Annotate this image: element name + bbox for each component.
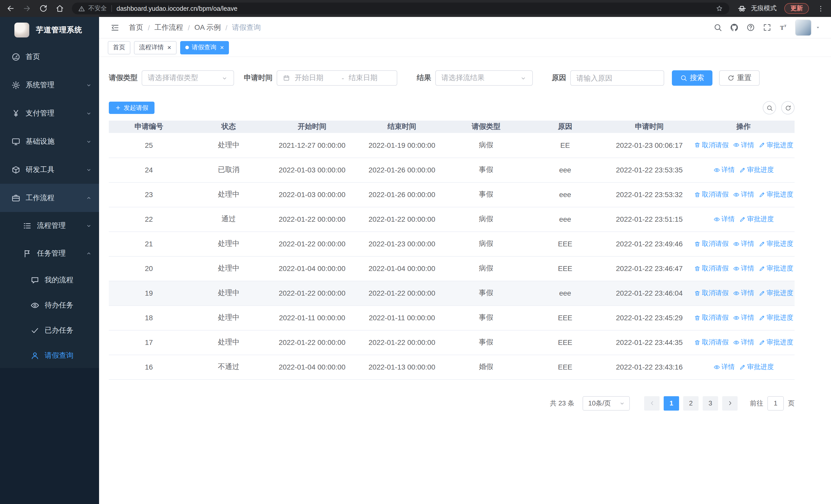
- font-size-icon[interactable]: TT: [779, 23, 788, 32]
- fullscreen-icon[interactable]: [763, 23, 771, 32]
- url-text[interactable]: dashboard.yudao.iocoder.cn/bpm/oa/leave: [116, 5, 237, 12]
- goto-page-input[interactable]: [767, 396, 784, 410]
- sidebar-item[interactable]: 工作流程: [0, 184, 99, 212]
- detail-link[interactable]: 详情: [713, 214, 735, 224]
- create-leave-button[interactable]: 发起请假: [109, 101, 154, 114]
- approval-progress-link[interactable]: 审批进度: [758, 264, 793, 273]
- logo[interactable]: 芋道管理系统: [0, 17, 99, 42]
- breadcrumb-item[interactable]: OA 示例: [195, 23, 221, 32]
- table-row: 20处理中2022-01-04 00:00:002022-01-04 00:00…: [109, 256, 795, 281]
- user-avatar[interactable]: [796, 20, 811, 35]
- tab[interactable]: 首页: [108, 41, 131, 54]
- tab[interactable]: 请假查询×: [180, 41, 229, 54]
- sidebar-item[interactable]: 流程管理: [0, 212, 99, 240]
- eye-icon: [30, 300, 39, 310]
- github-icon[interactable]: [730, 23, 739, 32]
- cell-applied: 2022-01-22 23:53:32: [606, 182, 692, 207]
- security-label[interactable]: 不安全: [88, 4, 107, 13]
- table-row: 18处理中2022-01-11 00:00:002022-01-11 00:00…: [109, 305, 795, 330]
- reload-icon[interactable]: [39, 4, 48, 13]
- leave-type-select[interactable]: 请选择请假类型: [142, 70, 234, 86]
- approval-progress-link[interactable]: 审批进度: [758, 190, 793, 199]
- browser-home-icon[interactable]: [55, 4, 64, 13]
- page-size-select[interactable]: 10条/页: [582, 396, 630, 410]
- sidebar-item[interactable]: 首页: [0, 42, 99, 71]
- close-icon[interactable]: ×: [167, 44, 171, 51]
- page-button-1[interactable]: 1: [664, 396, 679, 410]
- help-icon[interactable]: [746, 23, 755, 32]
- refresh-table-button[interactable]: [781, 101, 795, 114]
- next-page-button[interactable]: [722, 396, 738, 410]
- reason-input[interactable]: [570, 70, 664, 86]
- sidebar-item[interactable]: 基础设施: [0, 127, 99, 155]
- cancel-leave-link[interactable]: 取消请假: [694, 264, 728, 273]
- sidebar-item[interactable]: 已办任务: [0, 318, 99, 343]
- detail-link[interactable]: 详情: [733, 239, 754, 248]
- detail-link[interactable]: 详情: [713, 362, 735, 372]
- apply-time-range[interactable]: 开始日期 - 结束日期: [277, 70, 397, 86]
- cell-id: 20: [109, 256, 189, 281]
- chevron-down-icon[interactable]: [815, 25, 821, 30]
- sidebar-item-label: 我的流程: [45, 275, 74, 285]
- bookmark-star-icon[interactable]: [716, 5, 723, 12]
- detail-link[interactable]: 详情: [733, 338, 754, 347]
- chevron-left-icon: [649, 400, 655, 407]
- page-button-2[interactable]: 2: [683, 396, 698, 410]
- collapse-menu-icon[interactable]: [110, 23, 120, 32]
- detail-link[interactable]: 详情: [733, 313, 754, 322]
- cell-id: 16: [109, 355, 189, 379]
- search-icon[interactable]: [713, 23, 722, 32]
- result-select[interactable]: 请选择流结果: [435, 70, 533, 86]
- sidebar-item[interactable]: 任务管理: [0, 240, 99, 267]
- cancel-leave-link[interactable]: 取消请假: [694, 313, 728, 322]
- view-icon: [733, 290, 739, 296]
- tab-label: 首页: [113, 43, 125, 52]
- search-button[interactable]: 搜索: [672, 70, 712, 86]
- page-button-3[interactable]: 3: [703, 396, 718, 410]
- chat-icon: [30, 275, 39, 285]
- cancel-leave-link[interactable]: 取消请假: [694, 239, 728, 248]
- cancel-leave-link[interactable]: 取消请假: [694, 289, 728, 298]
- tab-label: 请假查询: [192, 43, 216, 52]
- cell-status: 不通过: [189, 355, 268, 379]
- svg-text:T: T: [784, 24, 786, 28]
- sidebar-item[interactable]: 系统管理: [0, 71, 99, 99]
- detail-link[interactable]: 详情: [733, 141, 754, 150]
- sidebar-item[interactable]: 支付管理: [0, 99, 99, 127]
- refresh-icon: [784, 105, 791, 111]
- breadcrumb-item[interactable]: 首页: [129, 23, 143, 32]
- tab[interactable]: 流程详情×: [134, 41, 176, 54]
- detail-link[interactable]: 详情: [733, 190, 754, 199]
- approval-progress-link[interactable]: 审批进度: [739, 362, 774, 372]
- approval-progress-link[interactable]: 审批进度: [739, 165, 774, 175]
- update-button[interactable]: 更新: [784, 3, 809, 14]
- detail-link[interactable]: 详情: [713, 165, 735, 175]
- sidebar-item[interactable]: 待办任务: [0, 293, 99, 318]
- sidebar-item[interactable]: 请假查询: [0, 343, 99, 368]
- forward-icon[interactable]: [23, 4, 31, 13]
- prev-page-button[interactable]: [644, 396, 660, 410]
- tags-view: 首页流程详情×请假查询×: [99, 38, 831, 57]
- approval-progress-link[interactable]: 审批进度: [758, 239, 793, 248]
- close-icon[interactable]: ×: [220, 44, 224, 51]
- back-icon[interactable]: [6, 4, 15, 13]
- reset-button[interactable]: 重置: [719, 70, 760, 86]
- cancel-leave-link[interactable]: 取消请假: [694, 190, 728, 199]
- browser-menu-icon[interactable]: [816, 4, 825, 12]
- breadcrumb-item[interactable]: 工作流程: [154, 23, 183, 32]
- view-icon: [733, 314, 739, 321]
- url-bar[interactable]: 不安全 dashboard.yudao.iocoder.cn/bpm/oa/le…: [72, 3, 729, 14]
- cancel-leave-link[interactable]: 取消请假: [694, 338, 728, 347]
- detail-link[interactable]: 详情: [733, 289, 754, 298]
- detail-link[interactable]: 详情: [733, 264, 754, 273]
- toggle-search-button[interactable]: [763, 101, 776, 114]
- approval-progress-link[interactable]: 审批进度: [758, 289, 793, 298]
- cancel-leave-link[interactable]: 取消请假: [694, 141, 728, 150]
- chevron-down-icon: [619, 400, 625, 406]
- sidebar-item[interactable]: 研发工具: [0, 155, 99, 184]
- approval-progress-link[interactable]: 审批进度: [758, 141, 793, 150]
- sidebar-item[interactable]: 我的流程: [0, 267, 99, 293]
- approval-progress-link[interactable]: 审批进度: [758, 338, 793, 347]
- approval-progress-link[interactable]: 审批进度: [758, 313, 793, 322]
- approval-progress-link[interactable]: 审批进度: [739, 214, 774, 224]
